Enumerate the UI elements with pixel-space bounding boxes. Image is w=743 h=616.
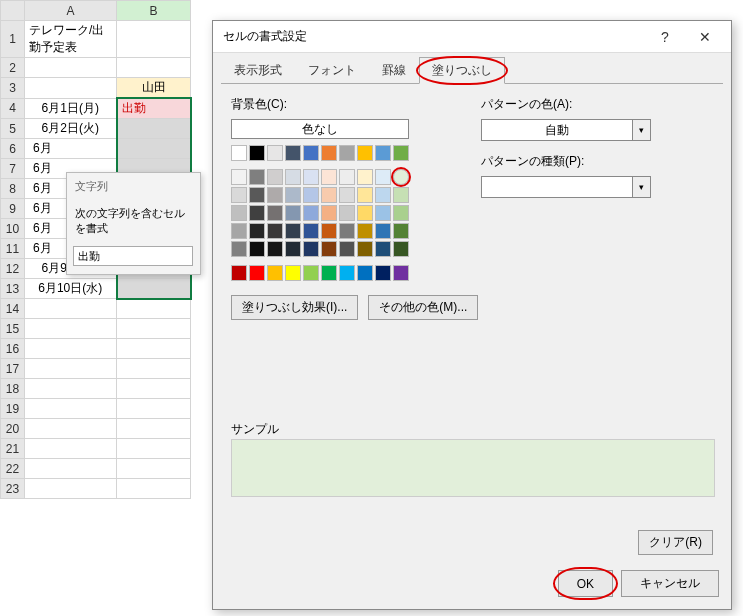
color-swatch[interactable] (357, 205, 373, 221)
color-swatch[interactable] (393, 223, 409, 239)
color-swatch[interactable] (231, 205, 247, 221)
cell[interactable]: 6月10日(水) (25, 279, 117, 299)
color-swatch[interactable] (231, 187, 247, 203)
cell[interactable] (25, 319, 117, 339)
color-swatch[interactable] (267, 187, 283, 203)
color-swatch[interactable] (339, 241, 355, 257)
cell[interactable]: 6月 (25, 139, 117, 159)
color-swatch[interactable] (303, 205, 319, 221)
col-header-a[interactable]: A (25, 1, 117, 21)
color-swatch[interactable] (321, 205, 337, 221)
cell[interactable] (117, 58, 191, 78)
cell[interactable] (117, 439, 191, 459)
color-swatch[interactable] (249, 241, 265, 257)
cell[interactable]: 6月2日(火) (25, 119, 117, 139)
color-swatch[interactable] (303, 241, 319, 257)
color-swatch[interactable] (357, 223, 373, 239)
color-swatch[interactable] (267, 223, 283, 239)
row-num[interactable]: 8 (1, 179, 25, 199)
row-num[interactable]: 16 (1, 339, 25, 359)
row-num[interactable]: 10 (1, 219, 25, 239)
pattern-type-combo[interactable]: ▾ (481, 176, 651, 198)
color-swatch[interactable] (285, 187, 301, 203)
row-num[interactable]: 15 (1, 319, 25, 339)
color-swatch[interactable] (375, 205, 391, 221)
cancel-button[interactable]: キャンセル (621, 570, 719, 597)
cell[interactable] (117, 339, 191, 359)
corner-cell[interactable] (1, 1, 25, 21)
color-swatch[interactable] (393, 241, 409, 257)
tab-fill[interactable]: 塗りつぶし (419, 57, 505, 84)
color-swatch[interactable] (375, 223, 391, 239)
row-num[interactable]: 22 (1, 459, 25, 479)
row-num[interactable]: 21 (1, 439, 25, 459)
cell[interactable]: 6月1日(月) (25, 98, 117, 119)
fill-effects-button[interactable]: 塗りつぶし効果(I)... (231, 295, 358, 320)
color-swatch[interactable] (285, 145, 301, 161)
color-swatch[interactable] (357, 145, 373, 161)
color-swatch[interactable] (285, 223, 301, 239)
row-num[interactable]: 6 (1, 139, 25, 159)
cell[interactable] (25, 359, 117, 379)
color-swatch[interactable] (339, 169, 355, 185)
cell[interactable] (25, 419, 117, 439)
row-num[interactable]: 14 (1, 299, 25, 319)
cell-attendance[interactable]: 出勤 (117, 98, 191, 119)
color-swatch[interactable] (231, 241, 247, 257)
cell[interactable] (25, 459, 117, 479)
color-swatch[interactable] (303, 265, 319, 281)
more-colors-button[interactable]: その他の色(M)... (368, 295, 478, 320)
close-button[interactable]: ✕ (685, 23, 725, 51)
cell[interactable] (25, 379, 117, 399)
cell[interactable] (25, 58, 117, 78)
color-swatch[interactable] (375, 169, 391, 185)
color-swatch[interactable] (231, 169, 247, 185)
ok-button[interactable]: OK (558, 570, 613, 597)
row-num[interactable]: 23 (1, 479, 25, 499)
color-swatch[interactable] (321, 187, 337, 203)
color-swatch[interactable] (321, 241, 337, 257)
cell[interactable] (117, 319, 191, 339)
color-swatch[interactable] (357, 169, 373, 185)
help-button[interactable]: ? (645, 23, 685, 51)
color-swatch[interactable] (321, 169, 337, 185)
color-swatch[interactable] (285, 241, 301, 257)
cell[interactable] (117, 279, 191, 299)
color-swatch[interactable] (267, 241, 283, 257)
color-swatch[interactable] (285, 265, 301, 281)
color-swatch[interactable] (393, 187, 409, 203)
color-swatch[interactable] (303, 223, 319, 239)
tab-number-format[interactable]: 表示形式 (221, 57, 295, 84)
cell[interactable] (117, 139, 191, 159)
color-swatch[interactable] (321, 223, 337, 239)
cell-header-name[interactable]: 山田 (117, 78, 191, 99)
color-swatch[interactable] (249, 145, 265, 161)
row-num[interactable]: 4 (1, 98, 25, 119)
color-swatch[interactable] (285, 205, 301, 221)
color-swatch[interactable] (303, 187, 319, 203)
color-swatch[interactable] (393, 169, 409, 185)
color-swatch[interactable] (339, 145, 355, 161)
row-num[interactable]: 1 (1, 21, 25, 58)
no-color-button[interactable]: 色なし (231, 119, 409, 139)
cell[interactable] (25, 479, 117, 499)
cell[interactable] (117, 299, 191, 319)
color-swatch[interactable] (375, 145, 391, 161)
cell[interactable] (117, 119, 191, 139)
cell[interactable] (25, 399, 117, 419)
color-swatch[interactable] (303, 145, 319, 161)
cell[interactable] (117, 359, 191, 379)
color-swatch[interactable] (249, 265, 265, 281)
row-num[interactable]: 19 (1, 399, 25, 419)
cell[interactable] (117, 379, 191, 399)
color-swatch[interactable] (375, 241, 391, 257)
color-swatch[interactable] (267, 145, 283, 161)
row-num[interactable]: 20 (1, 419, 25, 439)
color-swatch[interactable] (357, 187, 373, 203)
color-swatch[interactable] (267, 265, 283, 281)
row-num[interactable]: 12 (1, 259, 25, 279)
cell[interactable] (25, 439, 117, 459)
color-swatch[interactable] (357, 265, 373, 281)
color-swatch[interactable] (249, 223, 265, 239)
color-swatch[interactable] (231, 223, 247, 239)
